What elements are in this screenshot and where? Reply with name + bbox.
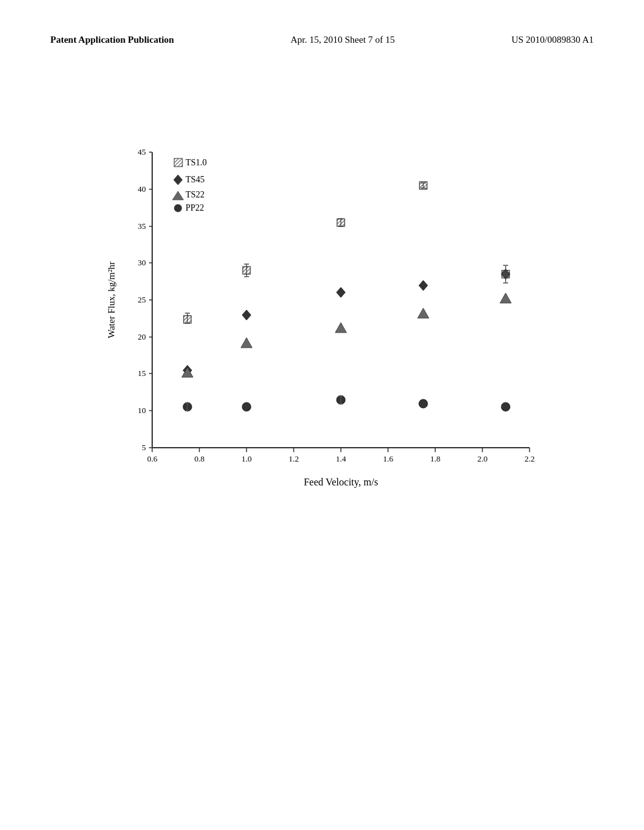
svg-text:1.4: 1.4	[336, 454, 347, 463]
chart-svg: 5 10 15 20 25 30 35 40 45	[102, 146, 542, 498]
svg-text:2.0: 2.0	[477, 454, 487, 463]
svg-rect-49	[337, 219, 345, 226]
svg-text:30: 30	[138, 258, 146, 267]
x-axis-label: Feed Velocity, m/s	[304, 477, 378, 488]
svg-point-86	[174, 204, 182, 212]
date-sheet-label: Apr. 15, 2010 Sheet 7 of 15	[291, 35, 395, 45]
svg-text:40: 40	[138, 184, 146, 194]
svg-marker-60	[336, 287, 345, 297]
y-axis-label: Water Flux, kg/m²hr	[106, 262, 116, 338]
svg-text:1.0: 1.0	[242, 454, 252, 463]
svg-rect-53	[419, 182, 427, 189]
publication-label: Patent Application Publication	[50, 35, 174, 45]
svg-marker-67	[500, 293, 511, 303]
svg-text:TS22: TS22	[186, 190, 204, 199]
svg-text:1.8: 1.8	[430, 454, 440, 463]
svg-marker-66	[418, 308, 429, 318]
svg-text:0.8: 0.8	[194, 454, 204, 463]
svg-text:PP22: PP22	[186, 203, 204, 213]
svg-rect-45	[243, 267, 250, 274]
svg-text:45: 45	[138, 147, 146, 157]
chart-wrapper: 5 10 15 20 25 30 35 40 45	[102, 146, 542, 498]
svg-text:20: 20	[138, 332, 146, 341]
svg-text:35: 35	[138, 221, 146, 231]
svg-text:1.2: 1.2	[289, 454, 299, 463]
svg-marker-63	[182, 367, 193, 377]
svg-rect-41	[184, 316, 191, 323]
svg-point-77	[419, 399, 428, 408]
svg-text:10: 10	[138, 406, 146, 415]
patent-number-label: US 2010/0089830 A1	[511, 35, 594, 45]
svg-marker-65	[335, 323, 347, 333]
svg-point-78	[501, 402, 510, 411]
svg-point-72	[242, 402, 251, 411]
svg-text:15: 15	[138, 368, 146, 378]
svg-text:TS1.0: TS1.0	[186, 158, 207, 167]
svg-text:TS45: TS45	[186, 175, 204, 184]
svg-rect-79	[171, 155, 253, 217]
svg-rect-80	[174, 158, 182, 167]
svg-marker-64	[241, 338, 252, 348]
svg-marker-61	[419, 280, 428, 290]
page-header: Patent Application Publication Apr. 15, …	[0, 0, 644, 45]
svg-text:0.6: 0.6	[147, 454, 158, 463]
svg-marker-59	[242, 310, 251, 320]
svg-text:5: 5	[142, 443, 147, 452]
svg-text:25: 25	[138, 295, 146, 304]
svg-text:1.6: 1.6	[383, 454, 394, 463]
svg-text:2.2: 2.2	[525, 454, 535, 463]
